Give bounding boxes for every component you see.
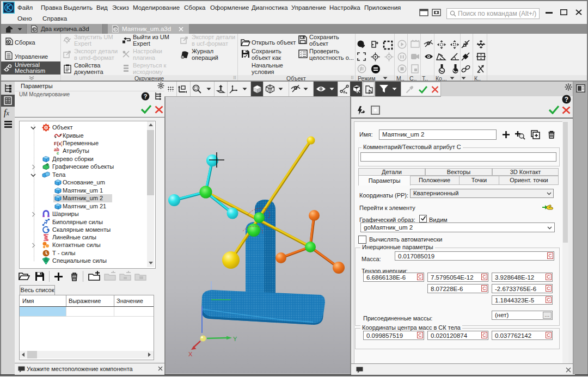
svg-text:X: X xyxy=(188,351,193,357)
svg-text:c: c xyxy=(57,151,59,155)
svg-text:F(x): F(x) xyxy=(54,141,62,146)
svg-text:Y: Y xyxy=(233,336,237,342)
svg-text:?: ? xyxy=(144,93,148,100)
